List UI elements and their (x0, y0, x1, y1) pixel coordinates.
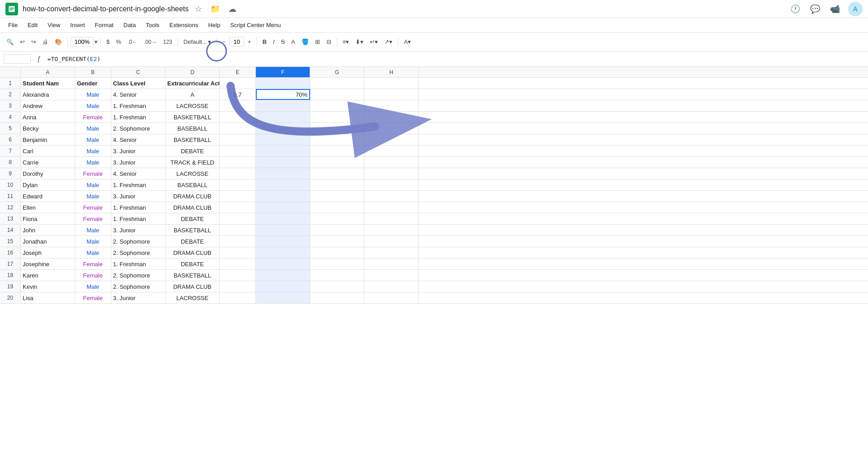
cell-g15[interactable] (310, 236, 364, 247)
cell-b7[interactable]: Male (75, 146, 111, 156)
menu-insert[interactable]: Insert (66, 20, 90, 30)
cloud-icon[interactable]: ☁ (226, 2, 238, 16)
cell-d9[interactable]: LACROSSE (165, 168, 220, 179)
cell-e3[interactable] (220, 100, 256, 111)
merge-button[interactable]: ⊟ (324, 37, 334, 47)
cell-e18[interactable] (220, 270, 256, 281)
cell-b13[interactable]: Female (75, 213, 111, 224)
paint-format-button[interactable]: 🎨 (52, 37, 65, 47)
cell-d8[interactable]: TRACK & FIELD (165, 157, 220, 168)
cell-f9[interactable] (256, 168, 310, 179)
cell-a9[interactable]: Dorothy (21, 168, 75, 179)
cell-a14[interactable]: John (21, 225, 75, 235)
cell-h14[interactable] (364, 225, 419, 235)
cell-a3[interactable]: Andrew (21, 100, 75, 111)
comment-icon[interactable]: 💬 (808, 2, 822, 16)
fill-color-button[interactable]: 🪣 (299, 37, 311, 47)
cell-g5[interactable] (310, 123, 364, 134)
bold-button[interactable]: B (259, 37, 269, 47)
menu-file[interactable]: File (4, 20, 22, 30)
cell-g11[interactable] (310, 191, 364, 202)
menu-help[interactable]: Help (203, 20, 225, 30)
cell-b15[interactable]: Male (75, 236, 111, 247)
cell-h20[interactable] (364, 292, 419, 303)
menu-edit[interactable]: Edit (23, 20, 42, 30)
cell-b1[interactable]: Gender (75, 78, 111, 89)
cell-h2[interactable] (364, 89, 419, 100)
cell-c5[interactable]: 2. Sophomore (111, 123, 165, 134)
cell-f19[interactable] (256, 281, 310, 292)
cell-h3[interactable] (364, 100, 419, 111)
menu-tools[interactable]: Tools (141, 20, 164, 30)
cell-h13[interactable] (364, 213, 419, 224)
cell-c13[interactable]: 1. Freshman (111, 213, 165, 224)
cell-a6[interactable]: Benjamin (21, 134, 75, 145)
col-header-a[interactable]: A (21, 67, 75, 77)
more-formats-button[interactable]: 123 (160, 37, 175, 47)
cell-h6[interactable] (364, 134, 419, 145)
cell-d19[interactable]: DRAMA CLUB (165, 281, 220, 292)
cell-c4[interactable]: 1. Freshman (111, 112, 165, 122)
formula-input[interactable]: =TO_PERCENT(E2) (47, 56, 864, 62)
decimal-left-button[interactable]: .0← (125, 37, 140, 47)
cell-e11[interactable] (220, 191, 256, 202)
text-color-button[interactable]: A (288, 37, 298, 47)
cell-h5[interactable] (364, 123, 419, 134)
cell-f10[interactable] (256, 179, 310, 190)
cell-c12[interactable]: 1. Freshman (111, 202, 165, 213)
cell-f2[interactable]: 70% (256, 89, 310, 100)
cell-a11[interactable]: Edward (21, 191, 75, 202)
cell-b3[interactable]: Male (75, 100, 111, 111)
cell-d14[interactable]: BASKETBALL (165, 225, 220, 235)
cell-f13[interactable] (256, 213, 310, 224)
col-header-e[interactable]: E (220, 67, 256, 77)
cell-b16[interactable]: Male (75, 247, 111, 258)
undo-button[interactable]: ↩ (17, 37, 28, 47)
cell-a13[interactable]: Fiona (21, 213, 75, 224)
font-color-button2[interactable]: A▾ (401, 37, 414, 47)
cell-d7[interactable]: DEBATE (165, 146, 220, 156)
cell-c11[interactable]: 3. Junior (111, 191, 165, 202)
cell-b17[interactable]: Female (75, 259, 111, 269)
cell-f14[interactable] (256, 225, 310, 235)
menu-data[interactable]: Data (119, 20, 140, 30)
cell-g4[interactable] (310, 112, 364, 122)
cell-b20[interactable]: Female (75, 292, 111, 303)
cell-d16[interactable]: DRAMA CLUB (165, 247, 220, 258)
cell-f12[interactable] (256, 202, 310, 213)
history-icon[interactable]: 🕐 (788, 2, 802, 16)
decimal-right-button[interactable]: .00→ (141, 37, 160, 47)
cell-c8[interactable]: 3. Junior (111, 157, 165, 168)
cell-b5[interactable]: Male (75, 123, 111, 134)
cell-d10[interactable]: BASEBALL (165, 179, 220, 190)
cell-c20[interactable]: 3. Junior (111, 292, 165, 303)
cell-c2[interactable]: 4. Senior (111, 89, 165, 100)
menu-extensions[interactable]: Extensions (165, 20, 203, 30)
v-align-button[interactable]: ⬇▾ (353, 37, 366, 47)
cell-f1[interactable] (256, 78, 310, 89)
cell-c9[interactable]: 4. Senior (111, 168, 165, 179)
col-header-f[interactable]: F (256, 67, 310, 77)
cell-b11[interactable]: Male (75, 191, 111, 202)
cell-b14[interactable]: Male (75, 225, 111, 235)
cell-a10[interactable]: Dylan (21, 179, 75, 190)
cell-g16[interactable] (310, 247, 364, 258)
cell-g10[interactable] (310, 179, 364, 190)
cell-a15[interactable]: Jonathan (21, 236, 75, 247)
cell-b12[interactable]: Female (75, 202, 111, 213)
cell-e16[interactable] (220, 247, 256, 258)
cell-c15[interactable]: 2. Sophomore (111, 236, 165, 247)
cell-f5[interactable] (256, 123, 310, 134)
cell-h12[interactable] (364, 202, 419, 213)
cell-h17[interactable] (364, 259, 419, 269)
cell-b6[interactable]: Male (75, 134, 111, 145)
cell-b19[interactable]: Male (75, 281, 111, 292)
cell-h4[interactable] (364, 112, 419, 122)
cell-d20[interactable]: LACROSSE (165, 292, 220, 303)
cell-g2[interactable] (310, 89, 364, 100)
folder-icon[interactable]: 📁 (208, 2, 222, 16)
cell-e19[interactable] (220, 281, 256, 292)
cell-d13[interactable]: DEBATE (165, 213, 220, 224)
cell-f18[interactable] (256, 270, 310, 281)
cell-d17[interactable]: DEBATE (165, 259, 220, 269)
